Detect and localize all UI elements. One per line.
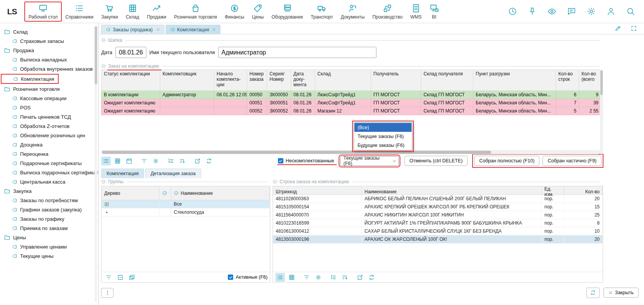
sidebar-item[interactable]: Приемка по заказам	[0, 223, 98, 233]
sidebar-item[interactable]: POS	[0, 103, 98, 112]
document-tab[interactable]: Комплектация	[166, 25, 221, 34]
eye-icon[interactable]	[547, 7, 557, 16]
ribbon-item-documents[interactable]: Документы	[337, 2, 369, 21]
sidebar-item[interactable]: Графики заказов (закупка)	[0, 205, 98, 214]
order-row[interactable]: Ожидает комплектацию00051ЗК0005108.01.26…	[102, 99, 601, 107]
sidebar-item[interactable]: Розничная торговля	[0, 84, 98, 94]
order-line-row[interactable]: 4811564000070АРАХИС НИКИТИН ЖАР.СОЛ 100Г…	[273, 211, 603, 219]
ribbon-item-cart[interactable]: Закупки	[97, 2, 122, 21]
gear-icon[interactable]	[586, 7, 596, 16]
ribbon-item-transport[interactable]: Транспорт	[307, 2, 337, 21]
sidebar-item[interactable]: Обработка Z-отчетов	[0, 121, 98, 131]
sidebar-item[interactable]: Текущие цены	[0, 251, 98, 261]
calendar-icon[interactable]	[124, 157, 134, 165]
tab-close-icon[interactable]	[156, 27, 160, 32]
ribbon-item-sales[interactable]: Продажи	[143, 2, 170, 21]
orders-column-header[interactable]: Дата доку- мента	[291, 70, 315, 91]
ribbon-item-prices[interactable]: Цены	[248, 2, 268, 21]
sidebar-item[interactable]: Обновление розничных цен	[0, 131, 98, 140]
sidebar-item[interactable]: Цены	[0, 233, 98, 242]
groups-col-check[interactable]	[159, 186, 171, 200]
active-checkbox[interactable]: Активные (F6)	[228, 274, 268, 280]
sidebar-scrollbar[interactable]	[95, 26, 97, 302]
collapse-section-icon[interactable]	[101, 38, 106, 43]
date-input[interactable]: 08.01.26	[115, 47, 146, 58]
ribbon-item-directory[interactable]: Справочники	[61, 2, 97, 21]
ribbon-item-desktop[interactable]: Рабочий стол	[25, 2, 61, 21]
tree-expand-icon[interactable]	[104, 202, 109, 207]
sort-icon[interactable]	[178, 157, 187, 165]
sidebar-item[interactable]: Заказы по потребностям	[0, 196, 98, 205]
sidebar-item[interactable]: Страховые запасы	[0, 36, 98, 46]
orders-vscrollbar[interactable]	[600, 70, 603, 154]
ribbon-item-retail[interactable]: Розничная торговля	[170, 2, 221, 21]
numbered-list-icon[interactable]	[329, 273, 338, 282]
ribbon-item-finance[interactable]: Финансы	[221, 2, 248, 21]
sidebar-item[interactable]: Кассовые операции	[0, 94, 98, 103]
order-line-row[interactable]: 4811028000363АБРИКОС БЕЛЫЙ ПЕЛИКАН СУШЕН…	[273, 195, 603, 203]
filter-icon[interactable]	[104, 273, 114, 282]
orders-hscrollbar[interactable]	[101, 150, 600, 154]
detail-tab[interactable]: Детализация заказа	[145, 169, 201, 178]
sidebar-item[interactable]: Заказы по графику	[0, 214, 98, 223]
sync-icon[interactable]	[204, 157, 214, 165]
gear-icon[interactable]	[151, 157, 161, 165]
sidebar-item[interactable]: Печать ценников ТСД	[0, 112, 98, 121]
gear-icon[interactable]	[314, 273, 323, 282]
grid-icon[interactable]	[113, 157, 122, 165]
user-icon[interactable]	[606, 7, 616, 16]
sidebar-item[interactable]: Склад	[0, 27, 98, 36]
collapse-section-icon[interactable]	[101, 179, 106, 184]
orders-filter-select[interactable]: Текущие заказы (F6)	[340, 156, 399, 166]
groups-col-tree[interactable]: Дерево	[102, 186, 159, 200]
tree-leaf-icon[interactable]	[104, 210, 109, 215]
sidebar-item[interactable]: Обработка внутренних заказов	[0, 64, 98, 73]
sidebar-item[interactable]: Продажа	[0, 46, 98, 55]
dropdown-item[interactable]: Будущие заказы (F6)	[354, 141, 412, 150]
group-row[interactable]: Стеклопосуда	[102, 208, 270, 216]
clock-icon[interactable]	[508, 7, 517, 16]
sidebar-item[interactable]: Центральная касса	[0, 177, 98, 186]
orders-column-header[interactable]: Комплектовщик	[160, 70, 214, 91]
numbered-list-icon[interactable]	[166, 157, 176, 165]
orders-column-header[interactable]: Получатель	[371, 70, 421, 91]
order-row[interactable]: В комплектацииАдминистратор08.01.26 12:0…	[102, 91, 601, 99]
orders-hscrollbar-thumb[interactable]	[102, 151, 491, 154]
order-row[interactable]: Ожидает комплектацию00052ЗК0005208.01.26…	[102, 107, 601, 115]
sort-icon[interactable]	[340, 273, 350, 282]
detail-tab[interactable]: Комплектация	[101, 169, 144, 178]
refresh-button[interactable]	[586, 288, 600, 298]
orders-column-header[interactable]: Пункт разгрузки	[473, 70, 556, 91]
orders-vscrollbar-thumb[interactable]	[600, 70, 603, 95]
view-list-icon[interactable]	[275, 273, 285, 282]
sidebar-scrollbar-thumb[interactable]	[95, 26, 97, 84]
search-icon[interactable]	[626, 7, 636, 16]
collapse-section-icon[interactable]	[101, 64, 106, 68]
orders-column-header[interactable]: Серия/ Номер	[267, 70, 291, 91]
ribbon-item-equipment[interactable]: Оборудование	[268, 2, 307, 21]
ribbon-item-wms[interactable]: WMS	[407, 2, 425, 21]
uncompleted-checkbox[interactable]: Нескомплектованные	[278, 158, 334, 164]
sidebar-item[interactable]: Комплектация	[1, 74, 59, 84]
orders-column-header[interactable]: Кол-во (всего	[579, 70, 601, 91]
export-icon[interactable]	[193, 157, 202, 165]
sync-icon[interactable]	[367, 273, 376, 282]
fullscreen-icon[interactable]	[630, 25, 637, 32]
orders-column-header[interactable]: Номер заказа	[247, 70, 267, 91]
sidebar-item[interactable]: Выписка накладных	[0, 55, 98, 64]
orders-column-header[interactable]: Склад	[315, 70, 371, 91]
sidebar-item[interactable]: Переоценка	[0, 149, 98, 158]
order-line-row[interactable]: 4810223016599ЙОГУРТ АКТИЛАЙТ 1% ГРЕЙП/АП…	[273, 219, 603, 227]
sidebar-item[interactable]: Закупка	[0, 186, 98, 196]
collected-full-button[interactable]: Собран полностью (F10)	[474, 156, 539, 166]
edit-icon[interactable]	[615, 25, 621, 32]
export-icon[interactable]	[355, 273, 365, 282]
ribbon-item-bi[interactable]: BI	[425, 2, 443, 21]
order-line-row[interactable]: 4813503000196АРАХИС ОК ЖАР.СОЛЕНЫЙ 100Г …	[273, 235, 603, 244]
orders-column-header[interactable]: Начало комплекта- ции	[214, 70, 247, 91]
expand-box-icon[interactable]	[127, 273, 137, 282]
ribbon-item-production[interactable]: Производство	[368, 2, 406, 21]
groups-col-name[interactable]: Наименование	[171, 186, 270, 200]
pin-icon[interactable]	[527, 7, 537, 16]
orders-column-header[interactable]: Кол-во строк	[556, 70, 579, 91]
